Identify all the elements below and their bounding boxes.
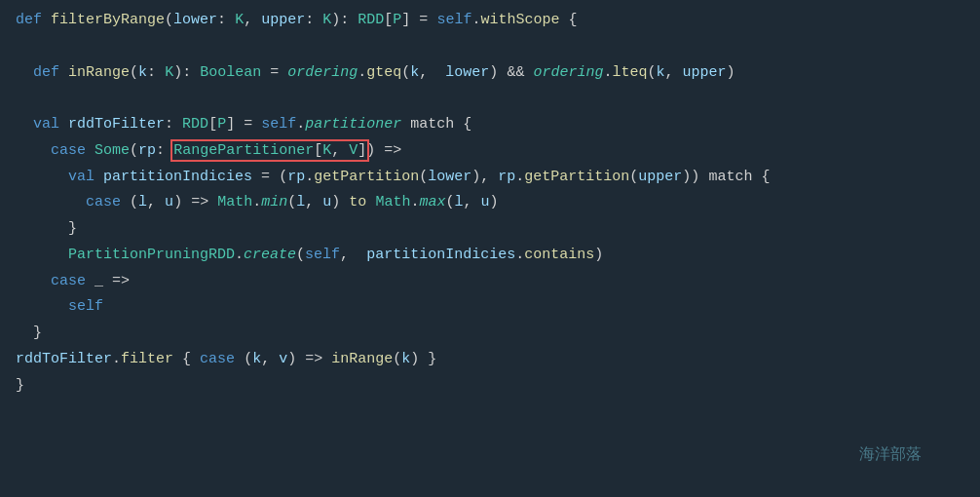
code-line-15: } [0, 373, 980, 400]
code-line-7: val partitionIndicies = (rp.getPartition… [0, 165, 980, 191]
line-12-content: self [16, 295, 103, 320]
line-10-content: PartitionPruningRDD.create(self, partiti… [16, 244, 603, 268]
line-15-content: } [16, 374, 24, 399]
watermark: 海洋部落 [859, 442, 922, 468]
code-line-10: PartitionPruningRDD.create(self, partiti… [0, 243, 980, 269]
code-line-5: val rddToFilter: RDD[P] = self.partition… [0, 112, 980, 138]
line-3-content: def inRange(k: K): Boolean = ordering.gt… [16, 61, 735, 86]
code-line-14: rddToFilter.filter { case (k, v) => inRa… [0, 347, 980, 373]
line-14-content: rddToFilter.filter { case (k, v) => inRa… [16, 348, 436, 372]
code-line-1: def filterByRange(lower: K, upper: K): R… [0, 8, 980, 34]
code-line-11: case _ => [0, 269, 980, 295]
line-6-content: case Some(rp: RangePartitioner[K, V]) => [16, 139, 401, 164]
code-line-empty2 [0, 86, 980, 112]
line-7-content: val partitionIndicies = (rp.getPartition… [16, 166, 770, 190]
line-9-content: } [16, 217, 77, 242]
line-1-content: def filterByRange(lower: K, upper: K): R… [16, 9, 577, 33]
line-13-content: } [16, 322, 42, 346]
code-line-12: self [0, 294, 980, 321]
code-line-empty1 [0, 34, 980, 60]
line-8-content: case (l, u) => Math.min(l, u) to Math.ma… [16, 191, 499, 215]
code-line-9: } [0, 216, 980, 243]
line-5-content: val rddToFilter: RDD[P] = self.partition… [16, 113, 471, 137]
code-line-3: def inRange(k: K): Boolean = ordering.gt… [0, 60, 980, 87]
code-line-8: case (l, u) => Math.min(l, u) to Math.ma… [0, 190, 980, 216]
code-line-6: case Some(rp: RangePartitioner[K, V]) => [0, 138, 980, 165]
code-editor: def filterByRange(lower: K, upper: K): R… [0, 0, 980, 497]
code-line-13: } [0, 321, 980, 347]
line-11-content: case _ => [16, 270, 130, 294]
